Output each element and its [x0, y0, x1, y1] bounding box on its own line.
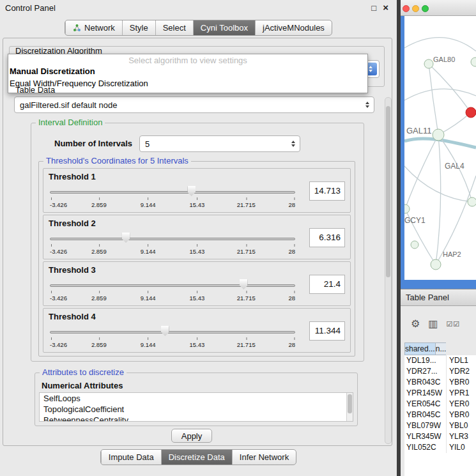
table-cell[interactable]: YBR045C [404, 410, 447, 420]
network-edge[interactable] [429, 64, 438, 135]
table-cell[interactable]: YBL079W [404, 420, 447, 431]
threshold-slider[interactable]: -3.4262.8599.14415.4321.71528 [50, 231, 295, 257]
float-window-button[interactable]: □ [371, 3, 376, 13]
bottom-tab[interactable]: Infer Network [232, 450, 296, 464]
table-cell[interactable]: YBR043C [404, 377, 447, 388]
table-cell[interactable]: YIL0 [447, 442, 476, 453]
slider-thumb[interactable] [187, 186, 196, 196]
slider-thumb[interactable] [122, 233, 130, 243]
network-node-label: GAL11 [406, 126, 432, 135]
table-cell[interactable]: YDL19... [404, 355, 447, 366]
thresholds-group: Threshold 1 -3.4262.8599.14415.4321.7152… [38, 161, 355, 357]
table-column-header[interactable]: shared... [404, 342, 435, 355]
zoom-traffic-light[interactable] [422, 5, 429, 12]
list-scrollbar-thumb[interactable] [348, 394, 352, 413]
top-tab[interactable]: jActiveMNodules [255, 20, 332, 35]
threshold-row: Threshold 3 -3.4262.8599.14415.4321.7152… [43, 261, 351, 306]
network-node[interactable] [471, 58, 476, 66]
slider-track[interactable] [50, 331, 295, 334]
apply-button[interactable]: Apply [171, 429, 212, 443]
network-edge[interactable] [404, 38, 476, 51]
algorithm-option[interactable]: Manual Discretization [8, 65, 367, 77]
table-cell[interactable]: YDL1 [447, 355, 476, 366]
table-row[interactable]: YDL19... YDL1 [404, 355, 476, 366]
slider-tick-label: 21.715 [237, 295, 256, 302]
attribute-list-item[interactable]: SelfLoops [40, 393, 353, 404]
network-canvas[interactable]: GAL80GAL11GAL4GCY1HAP2 [404, 16, 476, 280]
slider-track[interactable] [50, 191, 295, 194]
threshold-value-field[interactable]: 6.316 [309, 228, 345, 247]
network-node[interactable] [468, 197, 476, 206]
network-window-titlebar[interactable] [401, 0, 476, 16]
table-row[interactable]: YLR345W YLR3 [404, 431, 476, 442]
table-data-combobox[interactable]: galFiltered.sif default node [14, 96, 374, 113]
network-node[interactable] [411, 241, 418, 249]
algorithm-option[interactable]: Equal Width/Frequency Discretization [8, 77, 367, 89]
table-cell[interactable]: YBR0 [447, 377, 476, 388]
number-of-intervals-combobox[interactable]: 5 [139, 135, 300, 152]
close-traffic-light[interactable] [403, 5, 410, 12]
columns-icon[interactable]: ▥ [428, 319, 438, 329]
checkbox-icons[interactable]: ☑☑ [446, 319, 460, 329]
network-edge[interactable] [429, 64, 471, 112]
network-node[interactable] [424, 59, 433, 68]
table-cell[interactable]: YLR3 [447, 431, 476, 442]
threshold-value-field[interactable]: 14.713 [309, 181, 345, 201]
table-row[interactable]: YBL079W YBL0 [404, 420, 476, 431]
threshold-label: Threshold 4 [49, 312, 96, 321]
network-edge[interactable] [404, 89, 476, 100]
minimize-traffic-light[interactable] [412, 5, 419, 12]
threshold-slider[interactable]: -3.4262.8599.14415.4321.71528 [50, 277, 295, 304]
settings-gear-icon[interactable]: ⚙ [411, 319, 420, 329]
table-row[interactable]: YBR045C YBR0 [404, 410, 476, 420]
table-row[interactable]: YBR043C YBR0 [404, 377, 476, 388]
numerical-attributes-list[interactable]: SelfLoopsTopologicalCoefficientBetweenne… [39, 392, 353, 422]
table-cell[interactable]: YER0 [447, 399, 476, 410]
network-node-label: HAP2 [443, 250, 461, 258]
slider-track[interactable] [50, 284, 295, 287]
table-cell[interactable]: YER054C [404, 399, 447, 410]
table-cell[interactable]: YPR145W [404, 388, 447, 399]
slider-thumb[interactable] [161, 326, 169, 336]
panel-scrollbar-thumb[interactable] [386, 106, 390, 277]
network-edge[interactable] [436, 135, 441, 265]
top-tab[interactable]: Network [65, 20, 122, 35]
panel-scrollbar[interactable] [385, 97, 392, 444]
slider-track[interactable] [50, 238, 295, 240]
table-row[interactable]: YPR145W YPR1 [404, 388, 476, 399]
table-cell[interactable]: YDR2 [447, 366, 476, 377]
attributes-group: Numerical Attributes SelfLoopsTopologica… [35, 372, 358, 426]
numerical-attributes-label: Numerical Attributes [42, 381, 123, 390]
top-tab[interactable]: Select [155, 20, 193, 35]
bottom-tab[interactable]: Impute Data [101, 450, 161, 464]
attribute-list-item[interactable]: BetweennessCentrality [40, 415, 353, 422]
table-cell[interactable]: YIL052C [404, 442, 447, 453]
threshold-slider[interactable]: -3.4262.8599.14415.4321.71528 [50, 184, 295, 211]
attribute-list-item[interactable]: TopologicalCoefficient [40, 404, 353, 415]
slider-thumb[interactable] [240, 279, 248, 289]
table-row[interactable]: YER054C YER0 [404, 399, 476, 410]
table-cell[interactable]: YLR345W [404, 431, 447, 442]
network-node-selected[interactable] [466, 107, 476, 118]
network-node[interactable] [404, 204, 410, 213]
table-column-header[interactable]: n... [435, 342, 447, 355]
threshold-slider[interactable]: -3.4262.8599.14415.4321.71528 [50, 324, 295, 351]
top-tabs-segmented-control: Network Style [65, 20, 332, 36]
close-window-button[interactable]: × [383, 2, 388, 13]
bottom-tab[interactable]: Discretize Data [161, 450, 232, 464]
table-panel-titlebar[interactable]: Table Panel [401, 289, 476, 306]
network-node[interactable] [431, 259, 441, 270]
table-cell[interactable]: YBR0 [447, 410, 476, 420]
threshold-value-field[interactable]: 11.344 [309, 321, 345, 341]
table-row[interactable]: YDR27... YDR2 [404, 366, 476, 377]
threshold-value-field[interactable]: 21.4 [309, 275, 345, 294]
top-tab[interactable]: Style [122, 20, 155, 35]
table-cell[interactable]: YPR1 [447, 388, 476, 399]
table-row[interactable]: YIL052C YIL0 [404, 442, 476, 453]
table-cell[interactable]: YDR27... [404, 366, 447, 377]
top-tab[interactable]: Cyni Toolbox [193, 20, 255, 35]
network-node[interactable] [433, 129, 444, 141]
network-graph[interactable]: GAL80GAL11GAL4GCY1HAP2 [404, 16, 476, 280]
table-cell[interactable]: YBL0 [447, 420, 476, 431]
list-scrollbar[interactable] [346, 393, 353, 421]
